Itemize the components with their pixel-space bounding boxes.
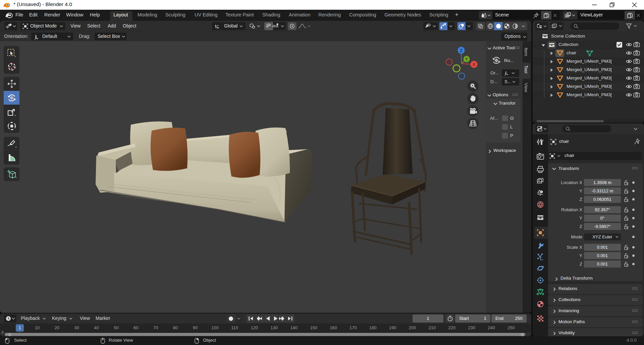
svg-text:X: X [473,62,475,67]
svg-text:Z: Z [460,48,462,53]
svg-text:Y: Y [465,57,468,62]
